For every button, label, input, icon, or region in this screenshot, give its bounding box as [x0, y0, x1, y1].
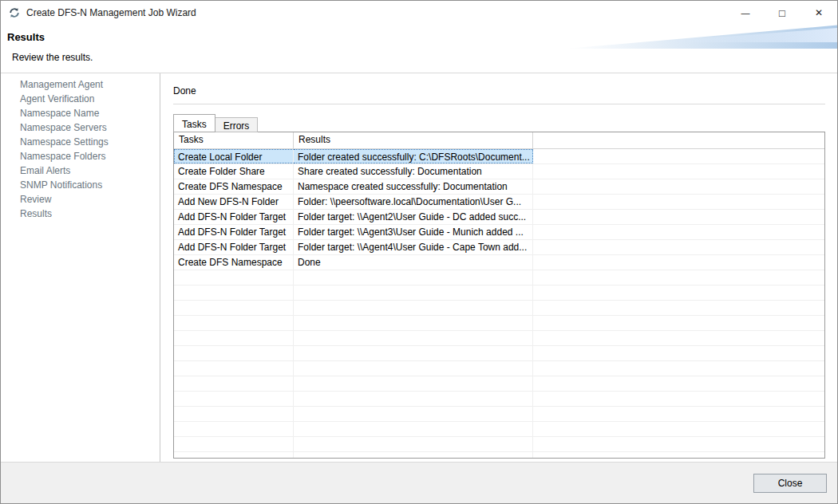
table-row[interactable]: Add New DFS-N Folder Folder: \\peersoftw…	[174, 195, 824, 210]
result-cell: Share created successfully: Documentatio…	[294, 164, 533, 179]
task-cell: Add New DFS-N Folder	[174, 195, 294, 209]
empty-cell	[174, 392, 294, 406]
sidebar-item-namespace-name[interactable]: Namespace Name	[1, 106, 160, 120]
wizard-content: Management Agent Agent Verification Name…	[1, 73, 837, 462]
tasks-table: Tasks Results Create Local Folder Folder…	[173, 132, 825, 459]
task-cell: Add DFS-N Folder Target	[174, 225, 294, 239]
sidebar-item-namespace-settings[interactable]: Namespace Settings	[1, 135, 160, 149]
wizard-step-list: Management Agent Agent Verification Name…	[1, 73, 160, 462]
result-cell: Namespace created successfully: Document…	[294, 179, 533, 194]
minimize-icon[interactable]: —	[727, 1, 764, 25]
empty-cell	[533, 210, 824, 224]
app-icon	[8, 6, 21, 19]
maximize-icon[interactable]: □	[764, 1, 800, 25]
empty-cell	[294, 376, 533, 391]
tab-tasks[interactable]: Tasks	[173, 114, 215, 132]
result-cell: Folder target: \\Agent4\User Guide - Cap…	[294, 240, 533, 254]
empty-cell	[174, 376, 294, 391]
wizard-header: Results Review the results.	[1, 25, 837, 73]
table-row-empty	[174, 437, 824, 452]
task-cell: Create DFS Namespace	[174, 179, 294, 194]
result-cell: Folder target: \\Agent3\User Guide - Mun…	[294, 225, 533, 239]
empty-cell	[533, 301, 824, 315]
sidebar-item-email-alerts[interactable]: Email Alerts	[1, 163, 160, 178]
empty-cell	[533, 331, 824, 345]
table-row[interactable]: Create Local Folder Folder created succe…	[174, 149, 824, 164]
table-row-empty	[174, 422, 824, 437]
page-title: Results	[7, 31, 45, 43]
window-controls: — □ ✕	[727, 1, 837, 25]
task-cell: Add DFS-N Folder Target	[174, 210, 294, 224]
close-button[interactable]: Close	[753, 474, 827, 493]
empty-cell	[533, 452, 824, 459]
empty-cell	[294, 285, 533, 300]
title-bar[interactable]: Create DFS-N Management Job Wizard — □ ✕	[1, 1, 837, 25]
empty-cell	[533, 149, 824, 163]
empty-cell	[294, 270, 533, 285]
empty-cell	[294, 422, 533, 436]
result-cell: Done	[294, 255, 533, 270]
empty-cell	[294, 346, 533, 360]
sidebar-item-results[interactable]: Results	[1, 207, 160, 221]
empty-cell	[174, 452, 294, 459]
empty-cell	[533, 376, 824, 391]
column-header-tasks[interactable]: Tasks	[174, 132, 294, 148]
table-row-empty	[174, 407, 824, 422]
table-row[interactable]: Add DFS-N Folder Target Folder target: \…	[174, 210, 824, 225]
empty-cell	[174, 301, 294, 315]
status-divider	[173, 104, 825, 104]
result-cell: Folder: \\peersoftware.local\Documentati…	[294, 195, 533, 209]
button-bar: Close	[1, 462, 837, 503]
close-icon[interactable]: ✕	[800, 1, 837, 25]
sidebar-item-namespace-folders[interactable]: Namespace Folders	[1, 149, 160, 163]
column-header-spacer	[533, 132, 824, 148]
empty-cell	[294, 392, 533, 406]
result-cell: Folder target: \\Agent2\User Guide - DC …	[294, 210, 533, 224]
sidebar-item-management-agent[interactable]: Management Agent	[1, 77, 160, 92]
empty-cell	[533, 437, 824, 451]
sidebar-item-namespace-servers[interactable]: Namespace Servers	[1, 120, 160, 135]
empty-cell	[174, 316, 294, 330]
empty-cell	[533, 225, 824, 239]
empty-cell	[294, 452, 533, 459]
table-row[interactable]: Create DFS Namespace Done	[174, 255, 824, 270]
empty-cell	[174, 270, 294, 285]
empty-cell	[533, 240, 824, 254]
table-row[interactable]: Create DFS Namespace Namespace created s…	[174, 179, 824, 195]
task-cell: Create Local Folder	[174, 149, 294, 163]
results-panel: Done Tasks Errors Tasks Results Create L…	[160, 73, 837, 462]
empty-cell	[533, 285, 824, 300]
sidebar-item-snmp-notifications[interactable]: SNMP Notifications	[1, 178, 160, 192]
status-text: Done	[173, 85, 825, 96]
table-row[interactable]: Add DFS-N Folder Target Folder target: \…	[174, 225, 824, 240]
table-row-empty	[174, 361, 824, 376]
empty-cell	[533, 179, 824, 194]
sidebar-item-agent-verification[interactable]: Agent Verification	[1, 92, 160, 106]
empty-cell	[294, 361, 533, 376]
column-header-results[interactable]: Results	[294, 132, 533, 148]
sidebar-item-review[interactable]: Review	[1, 192, 160, 207]
table-row[interactable]: Add DFS-N Folder Target Folder target: \…	[174, 240, 824, 255]
result-cell: Folder created successfully: C:\DFSRoots…	[294, 149, 533, 163]
table-row-empty	[174, 301, 824, 316]
window-title: Create DFS-N Management Job Wizard	[26, 7, 196, 18]
empty-cell	[294, 407, 533, 421]
empty-cell	[533, 195, 824, 209]
task-cell: Add DFS-N Folder Target	[174, 240, 294, 254]
empty-cell	[174, 331, 294, 345]
empty-cell	[294, 301, 533, 315]
empty-cell	[294, 331, 533, 345]
wizard-window: Create DFS-N Management Job Wizard — □ ✕…	[0, 0, 838, 504]
empty-cell	[533, 407, 824, 421]
empty-cell	[533, 392, 824, 406]
table-row[interactable]: Create Folder Share Share created succes…	[174, 164, 824, 179]
tab-errors[interactable]: Errors	[215, 117, 259, 132]
empty-cell	[174, 437, 294, 451]
empty-cell	[533, 164, 824, 179]
empty-cell	[174, 407, 294, 421]
empty-cell	[174, 346, 294, 360]
task-cell: Create DFS Namespace	[174, 255, 294, 270]
table-row-empty	[174, 346, 824, 361]
empty-cell	[294, 437, 533, 451]
empty-cell	[174, 361, 294, 376]
